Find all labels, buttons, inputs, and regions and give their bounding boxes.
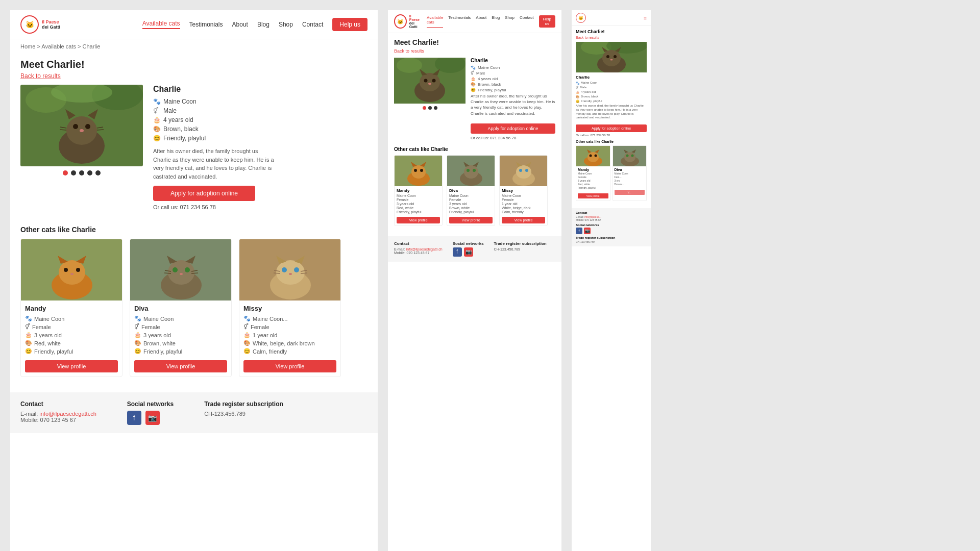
med-card-diva: Diva Maine Coon Female 3 years old Brown… — [447, 155, 495, 226]
med-help-button[interactable]: Help us — [539, 15, 555, 28]
med-back-link[interactable]: Back to results — [394, 48, 555, 54]
med-adopt-button[interactable]: Apply for adoption online — [471, 123, 555, 134]
med-dot-3[interactable] — [434, 106, 437, 110]
carousel-dot-5[interactable] — [95, 170, 101, 176]
med-facebook-icon[interactable]: f — [453, 247, 462, 257]
call-text: Or call us: 071 234 56 78 — [153, 204, 368, 210]
med-missy-view-button[interactable]: View profile — [502, 217, 545, 223]
carousel-dot-1[interactable] — [63, 170, 68, 176]
nav-available-cats[interactable]: Available cats — [142, 20, 180, 29]
nav-contact[interactable]: Contact — [302, 21, 323, 28]
missy-card-body: Missy 🐾Maine Coon... ⚥Female 🎂1 year old… — [239, 300, 340, 377]
footer-trade-title: Trade register subscription — [204, 400, 283, 408]
sm-cat-svg — [576, 42, 647, 72]
med-call-text: Or call us: 071 234 56 78 — [471, 136, 555, 140]
med-dot-2[interactable] — [428, 106, 432, 110]
footer-mobile: Mobile: 070 123 45 67 — [20, 417, 96, 423]
nav-blog[interactable]: Blog — [257, 21, 270, 28]
svg-point-30 — [180, 273, 183, 275]
svg-point-70 — [473, 169, 476, 172]
med-missy-color: White, beige, dark — [502, 206, 545, 210]
footer-contact-title: Contact — [20, 400, 96, 408]
help-us-button[interactable]: Help us — [332, 18, 368, 31]
carousel-dot-4[interactable] — [87, 170, 92, 176]
svg-point-9 — [85, 124, 90, 129]
med-missy-body: Missy Maine Coon Female 1 year old White… — [500, 186, 547, 226]
nav-shop[interactable]: Shop — [279, 21, 293, 28]
hamburger-icon[interactable]: ≡ — [644, 15, 647, 21]
med-missy-name: Missy — [502, 188, 545, 193]
med-instagram-icon[interactable]: 📷 — [464, 247, 473, 257]
mandy-name: Mandy — [25, 305, 118, 312]
sm-facebook-icon[interactable]: f — [576, 228, 582, 234]
med-footer-contact: Contact E-mail: info@ilpaesedegatti.ch M… — [394, 241, 443, 257]
mandy-breed: 🐾Maine Coon — [25, 315, 118, 322]
sm-diva-view-button[interactable]: V... — [615, 190, 645, 195]
svg-point-22 — [70, 273, 74, 275]
missy-svg — [239, 239, 340, 300]
breadcrumb-home[interactable]: Home — [20, 43, 35, 49]
logo[interactable]: 🐱 Il Paese dei Gatti — [20, 15, 60, 34]
sm-adopt-button[interactable]: Apply for adoption online — [576, 124, 647, 132]
med-other-cats-title: Other cats like Charlie — [394, 146, 555, 152]
cat-image-container — [20, 85, 143, 210]
med-mandy-personality: Friendly, playful — [397, 210, 440, 214]
svg-point-62 — [414, 169, 417, 172]
svg-point-55 — [432, 79, 436, 83]
svg-point-82 — [602, 50, 621, 66]
carousel-dot-2[interactable] — [71, 170, 76, 176]
sm-mandy-view-button[interactable]: View profile — [578, 193, 608, 198]
svg-point-42 — [289, 273, 292, 275]
breadcrumb-current: Charlie — [83, 43, 101, 49]
footer-email: E-mail: info@ilpaesedegatti.ch — [20, 411, 96, 417]
nav-testimonials[interactable]: Testimonials — [189, 21, 223, 28]
sm-back-link[interactable]: Back to results — [576, 36, 647, 39]
mandy-view-profile-button[interactable]: View profile — [25, 360, 118, 372]
cat-cards-list: Mandy 🐾Maine Coon ⚥Female 🎂3 years old 🎨… — [10, 239, 378, 387]
cat-detail-section: Charlie 🐾 Maine Coon ⚥ Male 🎂 4 years ol… — [10, 85, 378, 220]
sm-cat-image — [576, 42, 647, 72]
carousel-dot-3[interactable] — [79, 170, 84, 176]
svg-point-59 — [411, 165, 426, 179]
sm-instagram-icon[interactable]: 📷 — [584, 228, 591, 234]
med-nav-blog[interactable]: Blog — [492, 15, 500, 28]
nav-links: Available cats Testimonials About Blog S… — [142, 18, 368, 31]
med-dot-1[interactable] — [423, 106, 426, 110]
med-cat-name: Charlie — [471, 58, 555, 63]
missy-view-profile-button[interactable]: View profile — [243, 360, 336, 372]
medium-footer: Contact E-mail: info@ilpaesedegatti.ch M… — [388, 236, 561, 262]
mandy-svg — [21, 239, 122, 300]
svg-point-63 — [420, 169, 423, 172]
back-to-results-link[interactable]: Back to results — [10, 72, 378, 85]
small-content: Meet Charlie! Back to results Charlie — [572, 26, 651, 204]
med-nav-contact[interactable]: Contact — [520, 15, 534, 28]
med-nav-shop[interactable]: Shop — [505, 15, 514, 28]
med-footer-email-link[interactable]: info@ilpaesedegatti.ch — [406, 247, 443, 251]
diva-svg — [130, 239, 231, 300]
svg-point-94 — [595, 155, 597, 157]
med-nav-testimonials[interactable]: Testimonials — [448, 15, 471, 28]
sm-diva-svg — [613, 146, 647, 166]
med-diva-view-button[interactable]: View profile — [449, 217, 493, 223]
mandy-image — [21, 239, 122, 300]
diva-view-profile-button[interactable]: View profile — [134, 360, 227, 372]
med-nav-about[interactable]: About — [476, 15, 486, 28]
sm-cat-cards: Mandy Maine Coon Female 3 years old Red,… — [576, 145, 647, 201]
nav-about[interactable]: About — [232, 21, 248, 28]
adopt-button[interactable]: Apply for adoption online — [153, 186, 255, 201]
diva-gender: ⚥Female — [134, 323, 227, 330]
med-nav-available[interactable]: Available cats — [427, 15, 443, 28]
facebook-icon[interactable]: f — [127, 411, 141, 425]
footer-email-link[interactable]: info@ilpaesedegatti.ch — [39, 411, 96, 417]
med-missy-image — [500, 156, 547, 186]
sm-mandy-svg — [576, 146, 610, 166]
footer-contact: Contact E-mail: info@ilpaesedegatti.ch M… — [20, 400, 96, 425]
sm-nav-right: ≡ — [644, 15, 647, 21]
instagram-icon[interactable]: 📷 — [145, 411, 160, 425]
breadcrumb-section[interactable]: Available cats — [41, 43, 76, 49]
svg-point-87 — [610, 59, 613, 61]
sm-page-title: Meet Charlie! — [576, 29, 647, 34]
mandy-color: 🎨Red, white — [25, 340, 118, 346]
med-mandy-view-button[interactable]: View profile — [397, 217, 440, 223]
medium-panel: 🐱 Il Paese dei Gatti Available cats Test… — [388, 10, 561, 551]
